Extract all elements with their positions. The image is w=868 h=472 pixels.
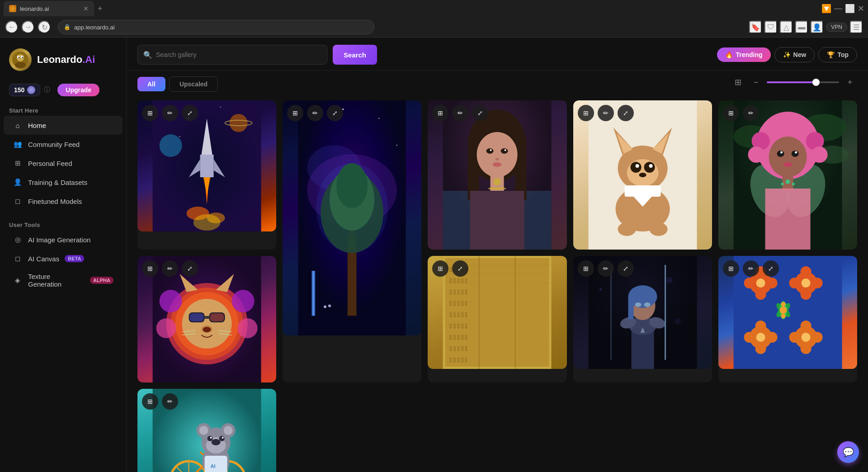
app-layout: Leonardo.Ai 150 ⓘ Upgrade Start Here ⌂ H… (0, 38, 868, 472)
edit-button-1[interactable]: ✏ (162, 105, 178, 121)
expand-button-8[interactable]: ⤢ (618, 260, 634, 277)
gallery-item-10[interactable]: AI ⊞ ✏ (137, 389, 276, 472)
remix-button-3[interactable]: ⊞ (432, 105, 448, 121)
gallery-overlay-7: ⊞ ⤢ (428, 256, 566, 281)
edit-button-5[interactable]: ✏ (743, 105, 759, 121)
svg-point-74 (649, 222, 667, 236)
tab-search-icon[interactable]: 🔽 (821, 4, 831, 14)
gallery-item-3[interactable]: ⊞ ✏ ⤢ (428, 100, 566, 250)
svg-point-15 (160, 134, 182, 157)
reader-mode-button[interactable]: ▬ (795, 21, 808, 33)
expand-button-2[interactable]: ⤢ (327, 105, 343, 121)
svg-point-209 (210, 437, 212, 439)
back-button[interactable]: ← (5, 21, 18, 33)
top-filter-button[interactable]: 🏆 Top (818, 47, 857, 62)
svg-text:𓀂 𓁂 𓂂 𓃂 𓄂: 𓀂 𓁂 𓂂 𓃂 𓄂 (450, 334, 468, 341)
gallery-item-6[interactable]: ⊞ ✏ ⤢ (137, 256, 276, 382)
address-bar[interactable]: 🔒 app.leonardo.ai (58, 20, 374, 34)
sidebar-item-canvas-label: AI Canvas (28, 255, 59, 263)
edit-button-3[interactable]: ✏ (452, 105, 468, 121)
remix-button-10[interactable]: ⊞ (142, 393, 158, 410)
sidebar-item-texture[interactable]: ◈ Texture Generation ALPHA (4, 268, 123, 293)
sidebar-item-personal[interactable]: ⊞ Personal Feed (4, 154, 123, 173)
gallery-item-5[interactable]: ⊞ ✏ (718, 100, 857, 250)
grid-view-button[interactable]: ⊞ (731, 75, 745, 90)
gallery-item-2[interactable]: ⊞ ✏ ⤢ (283, 100, 421, 382)
gallery-item-4[interactable]: ⊞ ✏ ⤢ (573, 100, 712, 250)
svg-point-48 (486, 148, 494, 154)
tab-bar: leonardo.ai ✕ + 🔽 — ⬜ ✕ (0, 0, 868, 17)
vpn-badge[interactable]: VPN (826, 23, 847, 32)
tab-all[interactable]: All (137, 77, 165, 91)
remix-button-8[interactable]: ⊞ (578, 260, 594, 277)
triangle-icon[interactable]: △ (780, 21, 793, 33)
expand-button-7[interactable]: ⤢ (452, 260, 468, 277)
svg-rect-145 (628, 297, 633, 319)
edit-button-9[interactable]: ✏ (743, 260, 759, 277)
sidebar-item-home[interactable]: ⌂ Home (4, 116, 123, 135)
edit-button-6[interactable]: ✏ (162, 260, 178, 277)
close-button[interactable]: ✕ (858, 4, 864, 14)
edit-button-8[interactable]: ✏ (598, 260, 614, 277)
upgrade-button[interactable]: Upgrade (57, 84, 99, 96)
tab-close-button[interactable]: ✕ (83, 5, 89, 12)
svg-point-174 (811, 332, 822, 343)
gallery-item-1[interactable]: ⊞ ✏ ⤢ (137, 100, 276, 250)
edit-button-10[interactable]: ✏ (162, 393, 178, 410)
expand-button-9[interactable]: ⤢ (763, 260, 779, 277)
svg-rect-55 (470, 191, 524, 250)
svg-text:𓅁 𓆁 𓇁 𓈁 𓉁: 𓅁 𓆁 𓇁 𓈁 𓉁 (450, 312, 468, 318)
search-input[interactable] (156, 51, 321, 58)
remix-button-7[interactable]: ⊞ (432, 260, 448, 277)
tab-upscaled[interactable]: Upscaled (169, 76, 218, 92)
search-button[interactable]: Search (333, 45, 377, 65)
expand-button-4[interactable]: ⤢ (618, 105, 634, 121)
svg-point-180 (781, 302, 785, 307)
svg-point-47 (477, 132, 518, 177)
sidebar-item-home-label: Home (28, 122, 46, 129)
edit-button-2[interactable]: ✏ (307, 105, 323, 121)
token-info-icon[interactable]: ⓘ (44, 86, 50, 94)
restore-button[interactable]: ⬜ (845, 4, 855, 14)
shield-icon[interactable]: 🛡 (764, 21, 777, 33)
bookmark-button[interactable]: 🔖 (749, 21, 762, 33)
zoom-slider[interactable] (767, 81, 839, 83)
menu-button[interactable]: ☰ (850, 21, 863, 33)
remix-button-6[interactable]: ⊞ (142, 260, 158, 277)
remix-button-2[interactable]: ⊞ (287, 105, 303, 121)
zoom-out-button[interactable]: − (749, 75, 763, 90)
support-bubble[interactable]: 💬 (837, 441, 859, 463)
reload-button[interactable]: ↻ (38, 21, 51, 33)
edit-button-4[interactable]: ✏ (598, 105, 614, 121)
forward-button[interactable]: → (22, 21, 34, 33)
remix-button-9[interactable]: ⊞ (723, 260, 739, 277)
header-filters: 🔥 Trending ✨ New 🏆 Top (717, 47, 857, 62)
gallery-item-9[interactable]: ⊞ ✏ ⤢ (718, 256, 857, 382)
new-filter-button[interactable]: ✨ New (774, 47, 815, 62)
expand-button-1[interactable]: ⤢ (182, 105, 198, 121)
sidebar-item-canvas[interactable]: ◻ AI Canvas BETA (4, 249, 123, 268)
zoom-in-button[interactable]: + (843, 75, 857, 90)
remix-button-1[interactable]: ⊞ (142, 105, 158, 121)
svg-rect-17 (200, 155, 214, 177)
sidebar-item-finetuned[interactable]: ◻ Finetuned Models (4, 192, 123, 211)
account-button[interactable]: 👤 (811, 21, 823, 33)
minimize-button[interactable]: — (834, 4, 842, 14)
active-tab[interactable]: leonardo.ai ✕ (4, 1, 94, 16)
sidebar-item-community[interactable]: 👥 Community Feed (4, 135, 123, 154)
search-icon: 🔍 (143, 51, 152, 59)
sidebar-item-image-gen[interactable]: ◎ AI Image Generation (4, 230, 123, 249)
trending-filter-button[interactable]: 🔥 Trending (717, 47, 770, 62)
expand-button-6[interactable]: ⤢ (182, 260, 198, 277)
svg-point-6 (22, 57, 24, 58)
gallery-item-7[interactable]: 𓀀 𓁀 𓂀 𓃀 𓄀 𓅀 𓆀 𓇀 𓈀 𓉀 𓊀 𓋀 𓌀 𓍀 𓎀 𓀁 𓁁 𓂁 𓃁 𓄁 … (428, 256, 566, 382)
sidebar-item-training[interactable]: 👤 Training & Datasets (4, 173, 123, 192)
svg-point-85 (811, 146, 827, 163)
remix-button-4[interactable]: ⊞ (578, 105, 594, 121)
new-label: New (793, 51, 807, 58)
user-tools-label: User Tools (0, 218, 126, 230)
gallery-item-8[interactable]: ⊕ ✦ ⊗ (573, 256, 712, 382)
expand-button-3[interactable]: ⤢ (472, 105, 488, 121)
new-tab-button[interactable]: + (98, 4, 103, 14)
remix-button-5[interactable]: ⊞ (723, 105, 739, 121)
